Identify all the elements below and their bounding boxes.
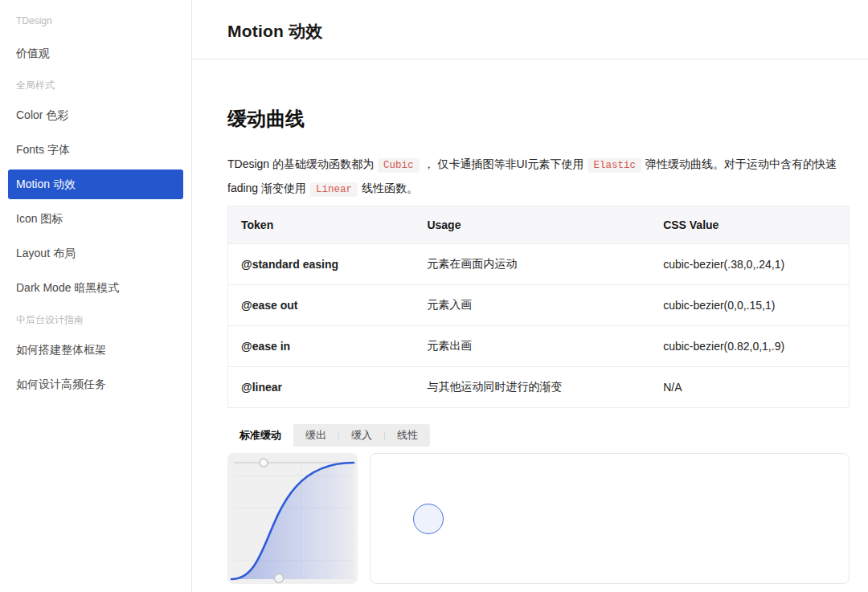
sidebar: TDesign 价值观 全局样式 Color 色彩 Fonts 字体 Motio… [0,0,192,592]
tab-ease-out[interactable]: 缓出 [293,424,338,447]
motion-preview-panel [370,453,850,584]
page-title: Motion 动效 [192,0,868,43]
code-elastic: Elastic [588,158,641,173]
easing-tabs: 标准缓动 缓出 缓入 线性 [227,424,430,447]
sidebar-item-icon[interactable]: Icon 图标 [8,204,183,234]
brand-label: TDesign [8,14,183,27]
css-value-cell: cubic-bezier(.38,0,.24,1) [650,244,849,285]
bezier-handle-bottom[interactable] [275,574,284,583]
sidebar-item-motion[interactable]: Motion 动效 [8,169,183,199]
sidebar-item-dark-mode[interactable]: Dark Mode 暗黑模式 [8,273,183,303]
usage-cell: 元素在画面内运动 [414,244,650,285]
token-cell: @standard easing [228,244,415,285]
table-row: @standard easing 元素在画面内运动 cubic-bezier(.… [228,244,850,285]
sidebar-item-fonts[interactable]: Fonts 字体 [8,135,183,165]
table-header-row: Token Usage CSS Value [228,206,850,244]
table-row: @ease out 元素入画 cubic-bezier(0,0,.15,1) [228,285,850,326]
tab-standard-easing[interactable]: 标准缓动 [227,424,293,447]
css-value-cell: cubic-bezier(0.82,0,1,.9) [650,326,849,367]
bezier-curve-editor [227,453,358,584]
section-heading: 缓动曲线 [227,106,850,132]
css-value-cell: cubic-bezier(0,0,.15,1) [650,285,849,326]
intro-text: ， 仅卡通插图等非UI元素下使用 [424,157,584,170]
sidebar-item-build-framework[interactable]: 如何搭建整体框架 [8,335,183,365]
sidebar-section-admin-guide: 中后台设计指南 [8,315,183,325]
code-cubic: Cubic [378,158,420,173]
tab-ease-in[interactable]: 缓入 [339,424,384,447]
usage-cell: 元素出画 [414,326,650,367]
column-header-token: Token [228,206,415,244]
intro-text: 线性函数。 [362,182,418,194]
easing-token-table: Token Usage CSS Value @standard easing 元… [227,206,850,408]
bezier-curve-graph [227,453,358,584]
intro-text: TDesign 的基础缓动函数都为 [227,157,374,170]
sidebar-section-global-styles: 全局样式 [8,80,183,91]
usage-cell: 元素入画 [414,285,650,326]
sidebar-item-layout[interactable]: Layout 布局 [8,239,183,268]
column-header-usage: Usage [414,206,650,244]
usage-cell: 与其他运动同时进行的渐变 [414,367,650,408]
token-cell: @ease in [228,326,415,367]
bezier-handle-top[interactable] [260,459,268,467]
sidebar-item-frequent-tasks[interactable]: 如何设计高频任务 [8,369,183,399]
code-linear: Linear [310,182,358,197]
css-value-cell: N/A [650,367,849,408]
main-content: Motion 动效 缓动曲线 TDesign 的基础缓动函数都为Cubic， 仅… [192,0,868,592]
table-row: @linear 与其他运动同时进行的渐变 N/A [228,367,850,408]
token-cell: @ease out [228,285,415,326]
motion-demo-ball [413,504,444,534]
easing-demo-row [227,453,850,584]
token-cell: @linear [228,367,415,408]
table-row: @ease in 元素出画 cubic-bezier(0.82,0,1,.9) [228,326,850,367]
app-window: TDesign 价值观 全局样式 Color 色彩 Fonts 字体 Motio… [0,0,868,592]
tab-linear[interactable]: 线性 [385,424,430,447]
intro-paragraph: TDesign 的基础缓动函数都为Cubic， 仅卡通插图等非UI元素下使用El… [227,153,850,201]
column-header-css-value: CSS Value [650,206,849,244]
sidebar-item-color[interactable]: Color 色彩 [8,100,183,130]
page-header: Motion 动效 [192,0,868,59]
sidebar-item-values[interactable]: 价值观 [8,39,183,68]
